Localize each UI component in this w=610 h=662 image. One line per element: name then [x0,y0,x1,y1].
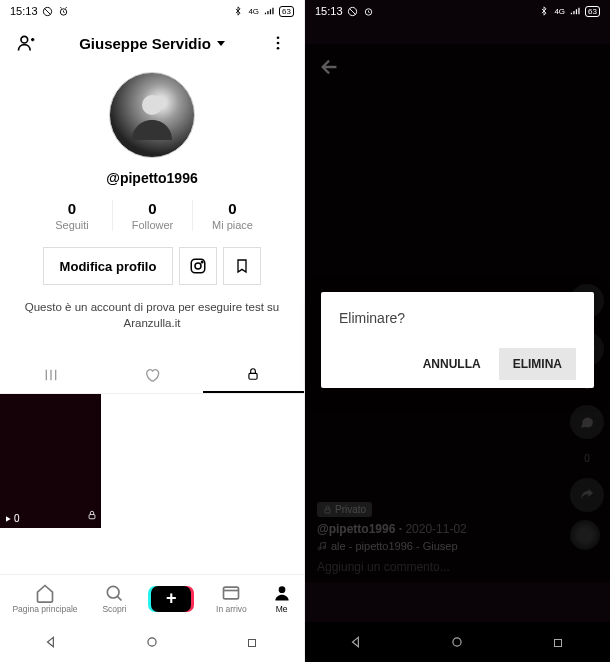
views-count: 0 [4,513,20,524]
stat-following[interactable]: 0 Seguiti [32,200,112,231]
video-thumbnail[interactable]: 0 [0,394,101,528]
android-recents[interactable] [246,635,260,649]
delete-button[interactable]: ELIMINA [499,348,576,380]
svg-point-21 [453,638,461,646]
alarm-icon [363,5,375,17]
nav-discover[interactable]: Scopri [102,583,126,614]
svg-point-9 [202,261,204,263]
status-bar: 15:13 4G 63 [305,0,610,22]
tab-private[interactable] [203,357,304,393]
svg-point-12 [108,586,120,598]
stat-likes[interactable]: 0 Mi piace [192,200,272,231]
add-friend-button[interactable] [12,29,40,57]
svg-point-2 [21,36,28,43]
profile-tabs [0,357,304,394]
profile-name: Giuseppe Servidio [79,35,211,52]
svg-rect-11 [89,515,95,519]
android-home[interactable] [145,635,159,649]
nav-inbox[interactable]: In arrivo [216,583,247,614]
edit-profile-button[interactable]: Modifica profilo [43,247,174,285]
network-label: 4G [248,7,259,16]
svg-point-3 [277,36,280,39]
nav-home[interactable]: Pagina principale [12,583,77,614]
bottom-nav: Pagina principale Scopri + In arrivo Me [0,574,304,622]
delete-dialog: Eliminare? ANNULLA ELIMINA [321,292,594,388]
alarm-icon [58,5,70,17]
status-time: 15:13 [315,5,343,17]
more-options-button[interactable] [264,29,292,57]
profile-header: Giuseppe Servidio [0,22,304,64]
video-grid: 0 [0,394,304,528]
nav-me[interactable]: Me [272,583,292,614]
bookmark-button[interactable] [223,247,261,285]
svg-point-5 [277,47,280,50]
svg-point-15 [148,638,156,646]
dnd-icon [42,5,54,17]
username-handle: @pipetto1996 [106,170,197,186]
android-nav [305,622,610,662]
svg-rect-13 [224,587,239,599]
svg-point-8 [195,263,201,269]
signal-icon [263,5,275,17]
svg-point-14 [278,586,285,593]
cancel-button[interactable]: ANNULLA [409,348,495,380]
android-recents[interactable] [552,635,566,649]
svg-point-6 [142,95,162,115]
dialog-title: Eliminare? [339,310,576,326]
dnd-icon [347,5,359,17]
bluetooth-icon [232,5,244,17]
svg-rect-16 [249,640,256,647]
status-time: 15:13 [10,5,38,17]
instagram-link-button[interactable] [179,247,217,285]
signal-icon [569,5,581,17]
tab-grid[interactable] [0,357,101,393]
stats-row: 0 Seguiti 0 Follower 0 Mi piace [0,200,304,231]
avatar[interactable] [109,72,195,158]
android-back[interactable] [44,635,58,649]
battery-level: 63 [585,6,600,17]
profile-section: @pipetto1996 0 Seguiti 0 Follower 0 Mi p… [0,64,304,341]
network-label: 4G [554,7,565,16]
stat-followers[interactable]: 0 Follower [112,200,192,231]
svg-rect-10 [249,374,257,380]
bluetooth-icon [538,5,550,17]
account-switcher[interactable]: Giuseppe Servidio [79,35,225,52]
svg-point-4 [277,42,280,45]
android-nav [0,622,304,662]
android-back[interactable] [349,635,363,649]
battery-level: 63 [279,6,294,17]
profile-bio: Questo è un account di prova per eseguir… [0,299,304,331]
svg-rect-22 [555,640,562,647]
android-home[interactable] [450,635,464,649]
lock-icon [87,506,97,524]
create-button[interactable]: + [151,586,191,612]
status-bar: 15:13 4G 63 [0,0,304,22]
tab-liked[interactable] [101,357,202,393]
